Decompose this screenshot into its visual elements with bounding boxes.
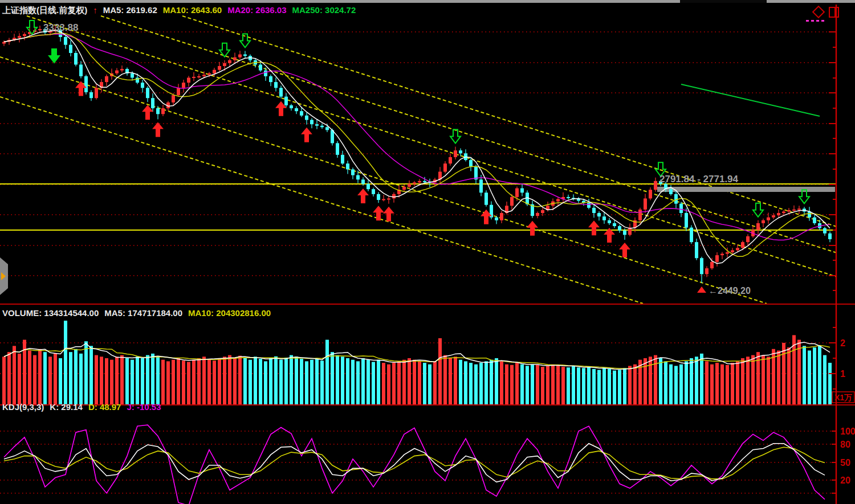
- candle-body: [608, 220, 611, 223]
- candle-body: [238, 55, 242, 58]
- candle-body: [177, 88, 180, 95]
- volume-bar: [628, 366, 632, 405]
- volume-bar: [823, 355, 826, 404]
- axis-label: 100: [840, 427, 855, 436]
- sell-signal-arrow-icon: [49, 49, 59, 63]
- volume-bar: [28, 351, 31, 405]
- volume-bar: [151, 354, 154, 404]
- volume-bar: [618, 370, 621, 404]
- candle-body: [325, 127, 329, 130]
- volume-bar: [690, 358, 693, 404]
- volume-bar: [259, 359, 262, 404]
- candle-body: [38, 29, 42, 30]
- volume-bar: [510, 365, 514, 404]
- candle-body: [310, 120, 314, 125]
- volume-bar: [484, 361, 488, 404]
- price-range-band: [657, 187, 835, 192]
- candle-body: [151, 98, 154, 108]
- candle-body: [695, 242, 698, 258]
- candle-body: [762, 220, 765, 223]
- diamond-icon[interactable]: [812, 6, 825, 19]
- candle-body: [182, 83, 185, 88]
- volume-bar: [767, 357, 770, 404]
- volume-ma5-value: MA5: 174717184.00: [104, 308, 182, 318]
- up-arrow-icon: ↑: [93, 5, 97, 15]
- volume-bar: [207, 359, 211, 404]
- expand-arrow-icon: [1, 272, 6, 280]
- candle-body: [300, 111, 303, 116]
- axis-label: 50: [840, 458, 850, 468]
- volume-bar: [284, 358, 288, 404]
- volume-bar: [679, 364, 683, 404]
- candle-body: [520, 189, 524, 193]
- candles: [2, 26, 832, 283]
- trendline[interactable]: [182, 16, 837, 227]
- candle-body: [756, 223, 760, 230]
- volume-bar: [356, 361, 360, 404]
- candle-body: [741, 242, 744, 248]
- volume-bar: [787, 347, 791, 404]
- trendline[interactable]: [101, 16, 837, 253]
- axis-label: 2: [840, 338, 845, 348]
- chart-canvas[interactable]: 3333.882791.84 - 2771.94←2449.2021100805…: [0, 0, 855, 504]
- volume-bar: [310, 360, 314, 404]
- volume-bar: [818, 346, 821, 404]
- volume-bar: [351, 360, 355, 404]
- volume-bar: [295, 357, 298, 404]
- volume-bar: [336, 355, 339, 404]
- candle-body: [187, 77, 190, 83]
- candle-body: [500, 213, 503, 220]
- candle-body: [484, 192, 488, 204]
- candle-body: [79, 64, 83, 76]
- volume-bar: [367, 360, 370, 404]
- trendline[interactable]: [0, 97, 643, 304]
- volume-bar: [777, 351, 780, 405]
- split-window-icon[interactable]: [829, 7, 839, 18]
- candle-body: [105, 76, 108, 82]
- volume-bar: [685, 361, 688, 404]
- ma10-value: MA10: 2643.60: [163, 5, 222, 15]
- candle-body: [274, 82, 278, 88]
- volume-bar: [428, 364, 431, 404]
- candle-body: [284, 97, 288, 105]
- magenta-dashes-icon: [806, 20, 825, 22]
- volume-bar: [423, 363, 426, 404]
- candle-body: [295, 108, 298, 111]
- candle-body: [731, 250, 734, 252]
- volume-bar: [397, 361, 401, 404]
- candle-body: [372, 189, 375, 194]
- candle-body: [341, 155, 344, 163]
- candle-body: [89, 92, 93, 98]
- volume-bar: [7, 352, 11, 404]
- price-annotations: 3333.882791.84 - 2771.94←2449.20: [43, 22, 751, 296]
- axis-label: 20: [840, 476, 850, 485]
- volume-bar: [479, 363, 483, 404]
- volume-bar: [172, 360, 175, 404]
- volume-bar: [202, 357, 206, 404]
- volume-bar: [536, 365, 539, 404]
- volume-bars: [2, 321, 832, 404]
- candle-body: [64, 37, 67, 45]
- volume-bar: [669, 364, 673, 404]
- volume-bar: [387, 364, 390, 404]
- volume-bar: [782, 343, 785, 404]
- candle-body: [264, 71, 267, 76]
- candle-body: [146, 88, 149, 98]
- axis-label: 80: [840, 440, 850, 449]
- candle-body: [387, 198, 390, 199]
- candle-body: [772, 215, 775, 218]
- kdj-j-value: J: -10.53: [127, 402, 161, 412]
- candle-body: [402, 187, 406, 190]
- candle-body: [449, 157, 452, 163]
- volume-bar: [608, 369, 611, 404]
- volume-bar: [741, 358, 744, 404]
- volume-bar: [454, 357, 457, 404]
- volume-bar: [751, 355, 755, 404]
- volume-bar: [731, 363, 734, 404]
- low-marker-triangle-icon: [697, 286, 706, 293]
- candle-body: [141, 83, 144, 88]
- volume-bar: [402, 360, 406, 404]
- candle-body: [336, 143, 339, 154]
- candle-body: [115, 71, 119, 73]
- candle-body: [510, 197, 514, 206]
